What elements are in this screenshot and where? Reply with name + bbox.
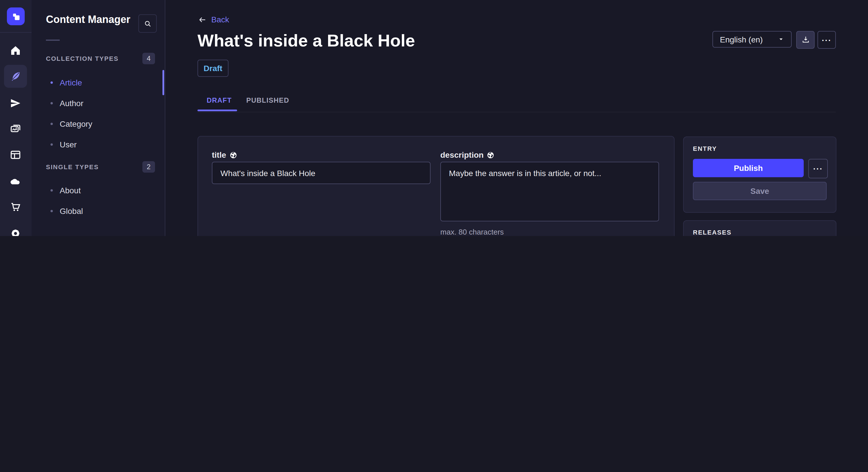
arrow-left-icon [198,15,207,24]
bullet-icon [51,189,53,192]
bullet-icon [51,123,53,125]
collection-types-count-badge: 4 [143,53,155,64]
chevron-down-icon [778,36,784,42]
export-button[interactable] [796,31,815,49]
sidebar-item-label: Global [60,206,83,216]
section-collection-types: COLLECTION TYPES [46,55,119,62]
sidebar-item-label: Category [60,119,92,129]
nav-deploy[interactable] [4,92,27,115]
download-icon [801,36,810,44]
back-label: Back [211,15,229,24]
sidebar-item-author[interactable]: Author [51,99,154,108]
bullet-icon [51,210,53,212]
tabs-divider [197,112,836,112]
sidebar-divider [46,40,60,41]
single-types-count-badge: 2 [143,161,155,173]
entry-panel: ENTRY Publish ··· Save [683,136,836,213]
strapi-logo[interactable] [7,7,25,25]
locale-value: English (en) [720,35,763,44]
sidebar-item-label: User [60,140,76,149]
search-button[interactable] [138,14,157,33]
nav-settings[interactable] [4,222,27,236]
description-hint: max. 80 characters [440,228,504,236]
sidebar-scrollbar-thumb[interactable] [162,70,164,95]
publish-button[interactable]: Publish [693,159,804,177]
bullet-icon [51,81,53,84]
sidebar-item-about[interactable]: About [51,186,154,195]
home-icon [10,45,21,56]
ellipsis-icon: ··· [813,165,823,173]
globe-icon [229,151,237,159]
main-nav-rail: KD [0,0,32,236]
tab-draft[interactable]: DRAFT [207,96,231,104]
sidebar-item-user[interactable]: User [51,140,154,149]
field-title-label: title [212,150,237,160]
entry-panel-title: ENTRY [693,145,717,152]
content-manager-sidebar: Content Manager COLLECTION TYPES 4 Artic… [32,0,165,236]
sidebar-item-category[interactable]: Category [51,119,154,129]
sidebar-item-article[interactable]: Article [51,78,154,87]
layout-icon [10,149,21,161]
nav-home[interactable] [4,39,27,62]
sidebar-item-label: About [60,186,81,195]
nav-content-manager[interactable] [4,65,27,88]
nav-content-type-builder[interactable] [4,143,27,166]
media-library-icon [10,123,21,135]
entry-more-button[interactable]: ··· [808,159,828,178]
title-input[interactable]: What's inside a Black Hole [212,162,431,184]
sidebar-item-label: Author [60,99,84,108]
section-single-types: SINGLE TYPES [46,164,99,170]
cloud-icon [10,175,21,187]
header-more-button[interactable]: ··· [817,31,836,49]
bullet-icon [51,102,53,104]
feather-icon [10,71,21,82]
strapi-logo-icon [11,11,21,22]
tab-published[interactable]: PUBLISHED [246,96,289,104]
back-link[interactable]: Back [198,15,229,24]
ellipsis-icon: ··· [822,36,832,44]
description-textarea[interactable]: Maybe the answer is in this article, or … [440,162,659,222]
releases-panel: RELEASES Will be published in Spring Sum… [683,220,836,236]
status-badge: Draft [197,60,228,77]
active-tab-underline [197,109,237,111]
nav-media-library[interactable] [4,117,27,140]
locale-select[interactable]: English (en) [712,31,792,47]
save-button[interactable]: Save [693,182,827,200]
globe-icon [487,151,495,159]
rail-divider-top [0,32,32,33]
sidebar-title: Content Manager [46,14,130,26]
strapi-app: KD Content Manager COLLECTION TYPES 4 Ar… [0,0,868,236]
page-title: What's inside a Black Hole [197,31,415,50]
gear-icon [10,228,21,236]
nav-cloud[interactable] [4,170,27,193]
paper-plane-icon [10,98,21,109]
cart-icon [10,201,21,213]
search-icon [143,19,152,28]
sidebar-item-label: Article [60,78,82,87]
nav-marketplace[interactable] [4,196,27,218]
releases-panel-title: RELEASES [693,229,732,236]
sidebar-item-global[interactable]: Global [51,206,154,216]
bullet-icon [51,143,53,146]
field-description-label: description [440,150,495,160]
